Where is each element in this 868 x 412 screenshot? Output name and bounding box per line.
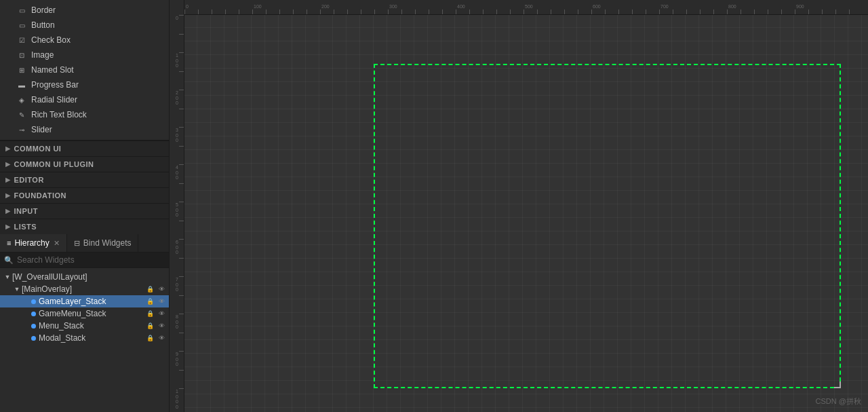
ruler-top xyxy=(184,0,868,15)
tree-label-modal-stack: Modal_Stack xyxy=(39,333,145,343)
widget-label-image: Image xyxy=(31,50,54,60)
category-header-lists[interactable]: ▶LISTS xyxy=(0,219,169,234)
widget-item-image[interactable]: ⊡Image xyxy=(0,48,169,62)
widget-item-button[interactable]: ▭Button xyxy=(0,18,169,33)
tab-hierarchy-close[interactable]: ✕ xyxy=(54,239,60,248)
ruler-v-mark xyxy=(170,258,184,259)
ruler-v-mark xyxy=(170,370,184,371)
widget-list: ▭Border▭Button☑Check Box⊡Image⊞Named Slo… xyxy=(0,0,169,141)
tab-bind-widgets[interactable]: ⊟ Bind Widgets xyxy=(67,234,139,252)
bind-widgets-tab-icon: ⊟ xyxy=(74,239,80,248)
category-label-lists: LISTS xyxy=(14,223,37,231)
hierarchy-tab-icon: ≡ xyxy=(7,239,11,247)
category-foundation[interactable]: ▶FOUNDATION xyxy=(0,187,169,203)
ruler-v-mark xyxy=(170,71,184,72)
category-header-editor[interactable]: ▶EDITOR xyxy=(0,172,169,187)
widget-icon-progress-bar: ▬ xyxy=(16,79,27,90)
ruler-v-mark: 200 xyxy=(170,90,184,106)
eye-icon-menu-stack[interactable]: 👁 xyxy=(157,321,166,331)
category-editor[interactable]: ▶EDITOR xyxy=(0,172,169,187)
category-label-common-ui: COMMON UI xyxy=(14,145,62,153)
widget-icon-slider: ⊸ xyxy=(16,124,27,135)
dot-modal-stack xyxy=(31,336,36,341)
category-input[interactable]: ▶INPUT xyxy=(0,203,169,219)
resize-handle[interactable] xyxy=(834,381,842,390)
category-header-common-ui-plugin[interactable]: ▶COMMON UI PLUGIN xyxy=(0,157,169,172)
lock-icon-game-menu-stack[interactable]: 🔒 xyxy=(145,309,155,318)
ruler-v-mark: 1000 xyxy=(170,388,184,410)
ruler-v-mark: 900 xyxy=(170,351,184,367)
widget-item-rich-text-block[interactable]: ✎Rich Text Block xyxy=(0,107,169,122)
widget-label-progress-bar: Progress Bar xyxy=(31,80,79,90)
canvas-area: 01002003004005006007008009001000 CSDN @拼… xyxy=(170,0,868,412)
widget-icon-named-slot: ⊞ xyxy=(16,64,27,75)
widget-label-radial-slider: Radial Slider xyxy=(31,95,77,105)
tree-item-game-layer-stack[interactable]: GameLayer_Stack🔒👁 xyxy=(0,295,169,307)
tree-item-menu-stack[interactable]: Menu_Stack🔒👁 xyxy=(0,320,169,332)
tree-arrow-w-overall-ui-layout: ▼ xyxy=(3,274,12,280)
ruler-v-mark: 100 xyxy=(170,52,184,69)
tab-bind-widgets-label: Bind Widgets xyxy=(83,238,132,248)
widget-item-border[interactable]: ▭Border xyxy=(0,3,169,18)
ruler-v-mark: 400 xyxy=(170,164,184,181)
ruler-v-mark: 600 xyxy=(170,239,184,255)
widget-label-checkbox: Check Box xyxy=(31,35,71,45)
category-arrow-lists: ▶ xyxy=(5,223,11,230)
ruler-v-mark xyxy=(170,109,184,109)
widget-item-named-slot[interactable]: ⊞Named Slot xyxy=(0,62,169,77)
tree-arrow-main-overlay: ▼ xyxy=(12,286,22,293)
widget-item-radial-slider[interactable]: ◈Radial Slider xyxy=(0,92,169,107)
dot-game-layer-stack xyxy=(31,299,36,304)
tree-item-w-overall-ui-layout[interactable]: ▼[W_OverallUILayout] xyxy=(0,271,169,283)
widget-icon-checkbox: ☑ xyxy=(16,35,27,45)
category-common-ui-plugin[interactable]: ▶COMMON UI PLUGIN xyxy=(0,156,169,172)
lock-icon-main-overlay[interactable]: 🔒 xyxy=(145,284,155,294)
search-input[interactable] xyxy=(17,255,165,265)
widget-label-border: Border xyxy=(31,5,56,15)
category-arrow-common-ui: ▶ xyxy=(5,145,11,152)
category-lists[interactable]: ▶LISTS xyxy=(0,219,169,234)
widget-icon-radial-slider: ◈ xyxy=(16,94,27,105)
category-header-foundation[interactable]: ▶FOUNDATION xyxy=(0,188,169,203)
category-header-common-ui[interactable]: ▶COMMON UI xyxy=(0,141,169,156)
widget-item-checkbox[interactable]: ☑Check Box xyxy=(0,33,169,48)
eye-icon-main-overlay[interactable]: 👁 xyxy=(157,284,166,294)
tree-label-menu-stack: Menu_Stack xyxy=(39,321,145,331)
eye-icon-game-layer-stack[interactable]: 👁 xyxy=(157,297,166,306)
category-label-editor: EDITOR xyxy=(14,176,44,184)
left-sidebar: ▭Border▭Button☑Check Box⊡Image⊞Named Slo… xyxy=(0,0,170,412)
widget-icon-border: ▭ xyxy=(16,5,27,16)
tree-actions-menu-stack: 🔒👁 xyxy=(145,321,166,331)
tree-actions-game-menu-stack: 🔒👁 xyxy=(145,309,166,318)
tab-hierarchy[interactable]: ≡ Hierarchy ✕ xyxy=(0,234,67,252)
widget-label-button: Button xyxy=(31,20,55,30)
widget-item-slider[interactable]: ⊸Slider xyxy=(0,122,169,137)
dot-menu-stack xyxy=(31,324,36,329)
eye-icon-game-menu-stack[interactable]: 👁 xyxy=(157,309,166,318)
category-groups: ▶COMMON UI▶COMMON UI PLUGIN▶EDITOR▶FOUND… xyxy=(0,141,169,234)
tree-label-game-menu-stack: GameMenu_Stack xyxy=(39,309,145,318)
tree-item-game-menu-stack[interactable]: GameMenu_Stack🔒👁 xyxy=(0,307,169,320)
tree-item-main-overlay[interactable]: ▼[MainOverlay]🔒👁 xyxy=(0,283,169,295)
eye-icon-modal-stack[interactable]: 👁 xyxy=(157,333,166,343)
ruler-v-mark xyxy=(170,146,184,147)
category-header-input[interactable]: ▶INPUT xyxy=(0,204,169,219)
widget-icon-rich-text-block: ✎ xyxy=(16,109,27,120)
lock-icon-modal-stack[interactable]: 🔒 xyxy=(145,333,155,343)
category-arrow-editor: ▶ xyxy=(5,176,11,183)
widget-icon-image: ⊡ xyxy=(16,50,27,60)
tree-label-main-overlay: [MainOverlay] xyxy=(22,284,145,294)
category-common-ui[interactable]: ▶COMMON UI xyxy=(0,141,169,156)
widget-label-rich-text-block: Rich Text Block xyxy=(31,110,87,119)
ruler-left: 01002003004005006007008009001000 xyxy=(170,0,184,412)
tree-actions-modal-stack: 🔒👁 xyxy=(145,333,166,343)
tree-actions-game-layer-stack: 🔒👁 xyxy=(145,297,166,306)
lock-icon-menu-stack[interactable]: 🔒 xyxy=(145,321,155,331)
hierarchy-tree: ▼[W_OverallUILayout]▼[MainOverlay]🔒👁Game… xyxy=(0,268,169,412)
tree-item-modal-stack[interactable]: Modal_Stack🔒👁 xyxy=(0,332,169,344)
widget-label-slider: Slider xyxy=(31,125,52,134)
widget-item-progress-bar[interactable]: ▬Progress Bar xyxy=(0,77,169,92)
ruler-v-mark: 300 xyxy=(170,127,184,143)
lock-icon-game-layer-stack[interactable]: 🔒 xyxy=(145,297,155,306)
search-icon: 🔍 xyxy=(4,256,14,265)
